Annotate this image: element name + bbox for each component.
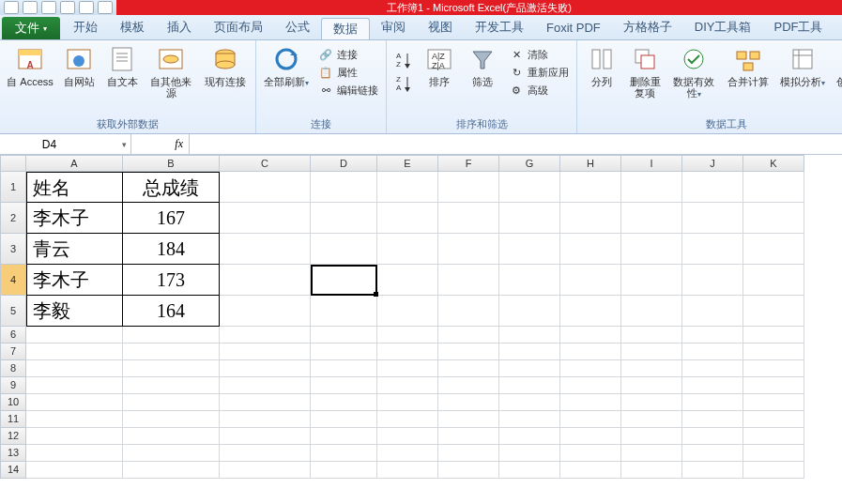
cell[interactable] xyxy=(123,344,220,360)
row-header[interactable]: 6 xyxy=(0,327,26,344)
sort-za-button[interactable]: ZA xyxy=(390,73,417,96)
cell[interactable] xyxy=(621,411,682,428)
cell[interactable] xyxy=(743,296,804,327)
cell[interactable] xyxy=(26,360,123,377)
cell[interactable] xyxy=(311,344,377,360)
cell[interactable] xyxy=(123,327,220,344)
cell[interactable] xyxy=(743,172,804,203)
cell[interactable] xyxy=(311,428,377,445)
cell[interactable] xyxy=(499,411,560,428)
cell[interactable]: 青云 xyxy=(26,234,123,265)
cell[interactable] xyxy=(311,445,377,462)
col-header-b[interactable]: B xyxy=(123,155,220,172)
cell[interactable]: 173 xyxy=(123,265,220,296)
formula-input[interactable] xyxy=(190,134,842,154)
connections-button[interactable]: 🔗连接 xyxy=(314,46,382,63)
cell[interactable] xyxy=(743,327,804,344)
cell[interactable] xyxy=(311,234,377,265)
name-box-dropdown-icon[interactable]: ▾ xyxy=(122,140,127,149)
name-box[interactable]: D4 ▾ xyxy=(0,134,131,154)
cell[interactable] xyxy=(123,394,220,411)
cell[interactable] xyxy=(743,394,804,411)
cell[interactable] xyxy=(621,428,682,445)
properties-button[interactable]: 📋属性 xyxy=(314,64,382,81)
cell[interactable] xyxy=(220,344,311,360)
cell[interactable] xyxy=(123,462,220,479)
row-header[interactable]: 4 xyxy=(0,265,26,296)
select-all-corner[interactable] xyxy=(0,155,26,172)
cell[interactable] xyxy=(220,377,311,394)
cell[interactable] xyxy=(621,265,682,296)
cell[interactable] xyxy=(311,462,377,479)
row-header[interactable]: 3 xyxy=(0,234,26,265)
cell[interactable] xyxy=(621,203,682,234)
cell[interactable] xyxy=(123,445,220,462)
cell[interactable] xyxy=(560,234,621,265)
tab-data[interactable]: 数据 xyxy=(321,18,370,39)
col-header-e[interactable]: E xyxy=(377,155,438,172)
cell[interactable] xyxy=(743,265,804,296)
cell[interactable] xyxy=(560,462,621,479)
cell[interactable] xyxy=(682,411,743,428)
cell[interactable] xyxy=(560,445,621,462)
cell[interactable] xyxy=(438,360,499,377)
col-header-k[interactable]: K xyxy=(743,155,804,172)
cell[interactable] xyxy=(560,172,621,203)
cell[interactable] xyxy=(26,377,123,394)
col-header-d[interactable]: D xyxy=(311,155,377,172)
cell[interactable] xyxy=(26,428,123,445)
cell[interactable] xyxy=(499,265,560,296)
tab-home[interactable]: 开始 xyxy=(62,15,109,39)
cell[interactable] xyxy=(220,394,311,411)
cell[interactable] xyxy=(377,296,438,327)
cell[interactable] xyxy=(220,428,311,445)
col-header-a[interactable]: A xyxy=(26,155,123,172)
cell[interactable] xyxy=(560,411,621,428)
cell[interactable]: 李木子 xyxy=(26,203,123,234)
cell[interactable] xyxy=(621,296,682,327)
cell[interactable] xyxy=(377,234,438,265)
cell[interactable] xyxy=(682,394,743,411)
cell[interactable] xyxy=(438,344,499,360)
cell[interactable] xyxy=(621,377,682,394)
row-header[interactable]: 8 xyxy=(0,360,26,377)
cell[interactable] xyxy=(311,203,377,234)
row-header[interactable]: 1 xyxy=(0,172,26,203)
cell[interactable] xyxy=(743,428,804,445)
cell[interactable] xyxy=(499,462,560,479)
cell[interactable] xyxy=(682,445,743,462)
cell[interactable] xyxy=(220,327,311,344)
from-other-button[interactable]: 自其他来源 xyxy=(145,42,197,100)
cell[interactable] xyxy=(499,377,560,394)
whatif-button[interactable]: 模拟分析 xyxy=(776,42,829,91)
cell[interactable] xyxy=(220,411,311,428)
cell[interactable] xyxy=(560,428,621,445)
cell[interactable] xyxy=(621,360,682,377)
cell[interactable] xyxy=(682,344,743,360)
qat-btn-4[interactable] xyxy=(60,1,75,14)
cell[interactable] xyxy=(743,203,804,234)
cell[interactable] xyxy=(621,344,682,360)
cell[interactable] xyxy=(438,428,499,445)
filter-button[interactable]: 筛选 xyxy=(462,42,503,89)
cell[interactable] xyxy=(499,296,560,327)
cell[interactable] xyxy=(743,411,804,428)
cell[interactable] xyxy=(438,462,499,479)
row-header[interactable]: 7 xyxy=(0,344,26,360)
cell[interactable] xyxy=(438,327,499,344)
col-header-c[interactable]: C xyxy=(220,155,311,172)
cell[interactable] xyxy=(621,445,682,462)
cell[interactable] xyxy=(743,377,804,394)
cell[interactable] xyxy=(438,296,499,327)
cell[interactable] xyxy=(377,445,438,462)
cell[interactable] xyxy=(220,360,311,377)
cell[interactable]: 184 xyxy=(123,234,220,265)
cell[interactable] xyxy=(743,445,804,462)
refresh-all-button[interactable]: 全部刷新 xyxy=(260,42,313,91)
cell[interactable] xyxy=(499,428,560,445)
cell[interactable] xyxy=(621,327,682,344)
cell[interactable]: 167 xyxy=(123,203,220,234)
cell[interactable] xyxy=(311,394,377,411)
cell[interactable] xyxy=(26,445,123,462)
tab-pdftool[interactable]: PDF工具 xyxy=(762,15,834,39)
